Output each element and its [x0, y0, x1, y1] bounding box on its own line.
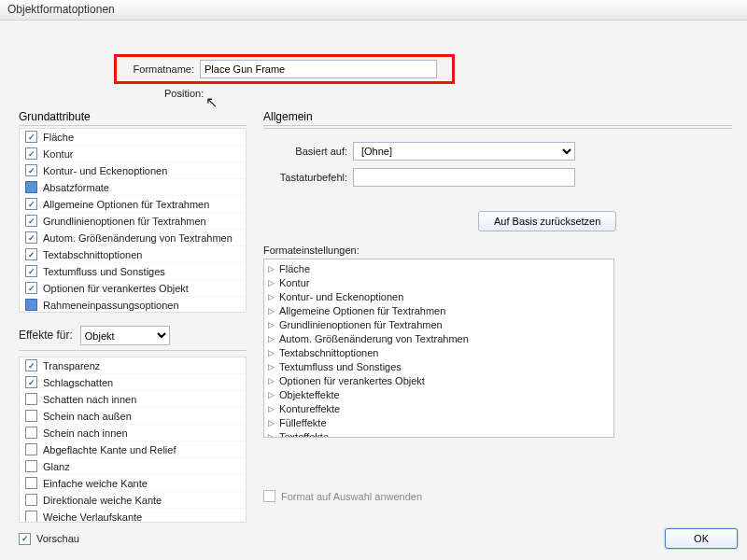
cursor-icon: ↖	[205, 93, 218, 111]
list-item-label: Kontur	[43, 148, 73, 160]
based-on-label: Basiert auf:	[263, 146, 347, 157]
list-item-label: Direktionale weiche Kante	[43, 495, 162, 506]
shortcut-label: Tastaturbefehl:	[263, 172, 347, 183]
checkbox-icon[interactable]	[25, 231, 37, 244]
basic-attributes-list[interactable]: FlächeKonturKontur- und EckenoptionenAbs…	[19, 128, 247, 313]
based-on-select[interactable]: [Ohne]	[353, 142, 575, 161]
tree-item[interactable]: Kontureffekte	[266, 401, 612, 415]
list-item[interactable]: Fläche	[20, 129, 246, 146]
list-item[interactable]: Kontur- und Eckenoptionen	[20, 162, 246, 179]
list-item[interactable]: Schlagschatten	[20, 374, 246, 391]
checkbox-icon[interactable]	[25, 494, 37, 506]
reset-button[interactable]: Auf Basis zurücksetzen	[478, 211, 616, 231]
preview-checkbox[interactable]	[19, 533, 31, 545]
list-item[interactable]: Grundlinienoptionen für Textrahmen	[20, 213, 246, 230]
list-item[interactable]: Glanz	[20, 458, 246, 475]
list-item[interactable]: Textumfluss und Sonstiges	[20, 263, 246, 280]
checkbox-icon[interactable]	[25, 427, 37, 439]
format-settings-tree[interactable]: FlächeKonturKontur- und EckenoptionenAll…	[263, 259, 614, 438]
list-item-label: Fläche	[43, 132, 74, 143]
tree-item[interactable]: Kontur	[266, 275, 612, 289]
checkbox-icon[interactable]	[25, 460, 37, 472]
general-title: Allgemein	[263, 110, 732, 126]
list-item-label: Einfache weiche Kante	[43, 478, 148, 489]
formatname-label: Formatname:	[127, 63, 194, 75]
apply-checkbox	[263, 490, 275, 502]
format-settings-label: Formateinstellungen:	[263, 245, 732, 256]
list-item-label: Schlagschatten	[43, 377, 113, 388]
checkbox-icon[interactable]	[25, 376, 37, 388]
list-item-label: Absatzformate	[43, 182, 109, 193]
tree-item[interactable]: Grundlinienoptionen für Textrahmen	[266, 317, 612, 331]
list-item-label: Textumfluss und Sonstiges	[43, 266, 165, 277]
window-title: Objektformatoptionen	[0, 0, 747, 21]
checkbox-icon[interactable]	[25, 410, 37, 422]
list-item-label: Weiche Verlaufskante	[43, 511, 142, 523]
list-item[interactable]: Abgeflachte Kante und Relief	[20, 441, 246, 458]
list-item[interactable]: Einfache weiche Kante	[20, 475, 246, 492]
position-label: Position:	[164, 88, 204, 99]
ok-button[interactable]: OK	[665, 528, 738, 549]
checkbox-icon[interactable]	[25, 359, 37, 371]
list-item-label: Schein nach außen	[43, 411, 132, 422]
list-item[interactable]: Optionen für verankertes Objekt	[20, 280, 246, 297]
effects-target-select[interactable]: Objekt	[80, 326, 170, 345]
list-item-label: Glanz	[43, 461, 70, 472]
tree-item[interactable]: Texteffekte	[266, 429, 612, 438]
list-item[interactable]: Weiche Verlaufskante	[20, 509, 246, 523]
tree-item[interactable]: Allgemeine Optionen für Textrahmen	[266, 303, 612, 317]
checkbox-icon[interactable]	[25, 198, 37, 210]
list-item[interactable]: Allgemeine Optionen für Textrahmen	[20, 196, 246, 213]
checkbox-icon[interactable]	[25, 131, 37, 143]
list-item-label: Rahmeneinpassungsoptionen	[43, 300, 179, 311]
list-item[interactable]: Autom. Größenänderung von Textrahmen	[20, 230, 246, 246]
checkbox-icon[interactable]	[25, 393, 37, 405]
list-item[interactable]: Schein nach innen	[20, 425, 246, 441]
list-item[interactable]: Transparenz	[20, 357, 246, 374]
tree-item[interactable]: Fläche	[266, 261, 612, 275]
list-item[interactable]: Direktionale weiche Kante	[20, 492, 246, 509]
tree-item[interactable]: Objekteffekte	[266, 387, 612, 401]
checkbox-icon[interactable]	[25, 282, 37, 294]
effects-list[interactable]: TransparenzSchlagschattenSchatten nach i…	[19, 357, 247, 523]
list-item-label: Abgeflachte Kante und Relief	[43, 444, 176, 455]
list-item-label: Schein nach innen	[43, 427, 128, 439]
list-item-label: Schatten nach innen	[43, 394, 136, 405]
tree-item[interactable]: Kontur- und Eckenoptionen	[266, 289, 612, 303]
effects-for-label: Effekte für:	[19, 329, 73, 342]
list-item-label: Autom. Größenänderung von Textrahmen	[43, 232, 233, 244]
basic-attributes-title: Grundattribute	[19, 110, 247, 126]
list-item[interactable]: Schein nach außen	[20, 408, 246, 425]
list-item[interactable]: Schatten nach innen	[20, 391, 246, 408]
tree-item[interactable]: Textabschnittoptionen	[266, 345, 612, 359]
checkbox-icon[interactable]	[25, 443, 37, 455]
checkbox-icon[interactable]	[25, 147, 37, 160]
shortcut-input[interactable]	[353, 168, 575, 187]
list-item-label: Transparenz	[43, 360, 100, 371]
list-item-label: Kontur- und Eckenoptionen	[43, 165, 167, 176]
checkbox-icon[interactable]	[25, 511, 37, 523]
checkbox-icon[interactable]	[25, 265, 37, 277]
list-item-label: Textabschnittoptionen	[43, 249, 142, 260]
apply-label: Format auf Auswahl anwenden	[281, 491, 422, 502]
list-item-label: Optionen für verankertes Objekt	[43, 283, 189, 294]
checkbox-icon[interactable]	[25, 164, 37, 176]
dialog-body: Formatname: Position: ↖ Grundattribute F…	[0, 21, 747, 560]
formatname-input[interactable]	[200, 60, 437, 78]
list-item-label: Grundlinienoptionen für Textrahmen	[43, 216, 206, 227]
tree-item[interactable]: Fülleffekte	[266, 415, 612, 429]
checkbox-icon[interactable]	[25, 248, 37, 260]
list-item-label: Allgemeine Optionen für Textrahmen	[43, 199, 209, 210]
preview-label: Vorschau	[36, 533, 79, 544]
checkbox-icon[interactable]	[25, 477, 37, 489]
checkbox-icon[interactable]	[25, 181, 37, 193]
checkbox-icon[interactable]	[25, 299, 37, 311]
list-item[interactable]: Textabschnittoptionen	[20, 246, 246, 263]
list-item[interactable]: Rahmeneinpassungsoptionen	[20, 297, 246, 313]
list-item[interactable]: Kontur	[20, 146, 246, 162]
tree-item[interactable]: Optionen für verankertes Objekt	[266, 373, 612, 387]
tree-item[interactable]: Textumfluss und Sonstiges	[266, 359, 612, 373]
tree-item[interactable]: Autom. Größenänderung von Textrahmen	[266, 331, 612, 345]
checkbox-icon[interactable]	[25, 215, 37, 227]
list-item[interactable]: Absatzformate	[20, 179, 246, 196]
